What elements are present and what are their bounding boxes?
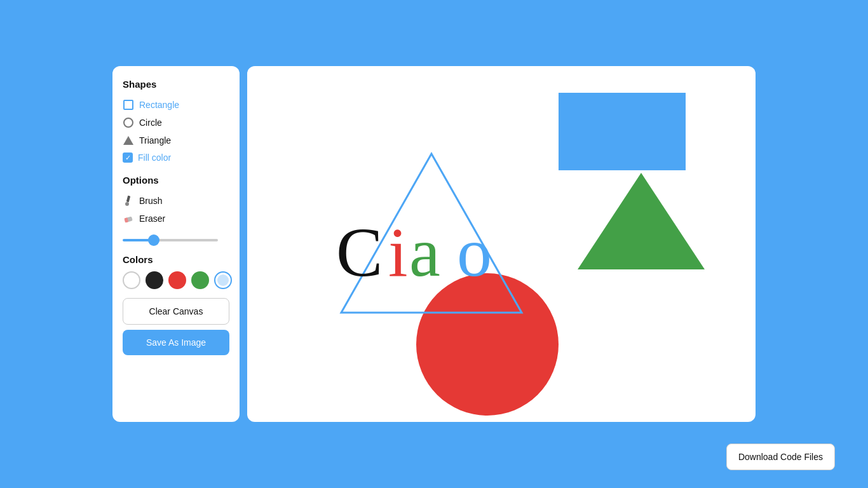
download-code-files-button[interactable]: Download Code Files	[726, 444, 835, 470]
shapes-title: Shapes	[123, 79, 229, 90]
color-red[interactable]	[168, 271, 186, 289]
size-slider[interactable]	[123, 239, 218, 241]
colors-title: Colors	[123, 254, 229, 265]
drawing-canvas[interactable]: C i a o	[247, 66, 756, 422]
eraser-icon	[123, 213, 134, 224]
save-image-button[interactable]: Save As Image	[123, 330, 229, 355]
colors-section: Colors	[123, 254, 229, 289]
size-slider-container	[123, 233, 229, 244]
brush-icon	[123, 195, 134, 207]
color-black[interactable]	[146, 271, 163, 289]
color-white[interactable]	[123, 271, 140, 289]
option-brush[interactable]: Brush	[123, 192, 229, 210]
color-blue[interactable]	[214, 271, 232, 289]
triangle-icon	[123, 135, 134, 146]
main-container: Shapes Rectangle Circle Triangle Fill co…	[112, 66, 756, 422]
shape-triangle[interactable]: Triangle	[123, 132, 229, 149]
color-green[interactable]	[191, 271, 209, 289]
fill-color-label: Fill color	[138, 152, 171, 163]
shape-rectangle[interactable]: Rectangle	[123, 96, 229, 114]
shape-rectangle-label: Rectangle	[139, 100, 179, 110]
shape-circle[interactable]: Circle	[123, 114, 229, 132]
eraser-label: Eraser	[139, 214, 165, 224]
brush-icon-svg	[123, 195, 134, 207]
svg-rect-0	[126, 196, 130, 203]
circle-icon	[123, 117, 134, 128]
svg-point-1	[125, 202, 129, 206]
shape-circle-label: Circle	[139, 118, 162, 128]
clear-canvas-button[interactable]: Clear Canvas	[123, 298, 229, 325]
canvas-circle-red	[416, 273, 559, 416]
colors-row	[123, 271, 229, 289]
canvas-text-C: C	[336, 214, 383, 291]
canvas-text-o: o	[457, 214, 492, 291]
options-title: Options	[123, 175, 229, 186]
shape-triangle-label: Triangle	[139, 135, 171, 146]
canvas-triangle-green	[578, 173, 705, 269]
canvas-text-a: a	[409, 214, 440, 291]
canvas-text-i: i	[388, 214, 408, 291]
eraser-icon-svg	[123, 213, 134, 224]
options-section: Options Brush E	[123, 170, 229, 227]
fill-color-row[interactable]: Fill color	[123, 149, 229, 166]
fill-color-checkbox[interactable]	[123, 152, 133, 163]
option-eraser[interactable]: Eraser	[123, 210, 229, 227]
sidebar: Shapes Rectangle Circle Triangle Fill co…	[112, 66, 240, 422]
rectangle-icon	[123, 99, 134, 111]
canvas-rectangle	[559, 93, 686, 170]
canvas-area[interactable]: C i a o	[247, 66, 756, 422]
brush-label: Brush	[139, 196, 163, 206]
